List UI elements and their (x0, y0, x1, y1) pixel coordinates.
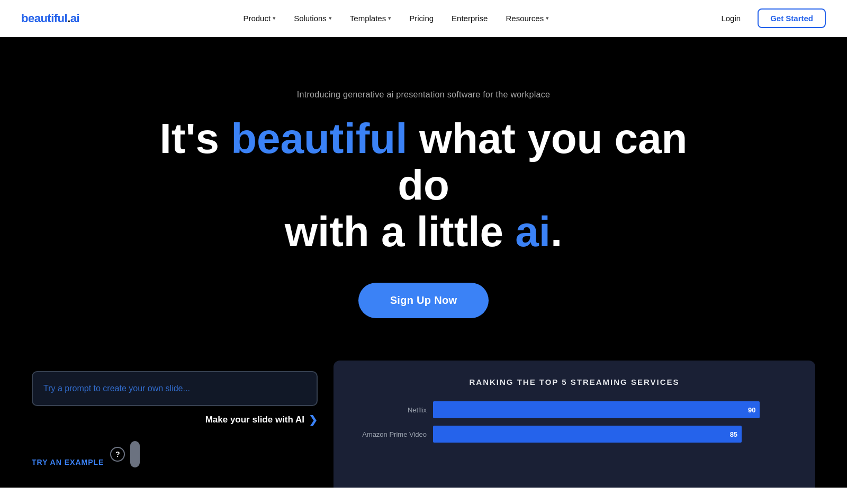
signup-now-button[interactable]: Sign Up Now (358, 283, 489, 318)
hero-title-part3: with a little (285, 208, 516, 255)
nav-pricing[interactable]: Pricing (402, 10, 441, 27)
chart-value-amazon: 85 (730, 430, 737, 438)
hero-title: It's beautiful what you can do with a li… (132, 115, 715, 255)
make-slide-arrow-icon: ❯ (309, 413, 318, 426)
navbar: beautiful.ai Product ▾ Solutions ▾ Templ… (0, 0, 847, 37)
chart-label-amazon: Amazon Prime Video (353, 430, 427, 438)
chevron-down-icon: ▾ (273, 15, 276, 22)
chevron-down-icon: ▾ (546, 15, 549, 22)
left-panel: Make your slide with AI ❯ TRY AN EXAMPLE… (32, 361, 318, 467)
chart-title: RANKING THE TOP 5 STREAMING SERVICES (353, 377, 796, 386)
nav-resources[interactable]: Resources ▾ (498, 10, 556, 27)
logo-text: beautiful (21, 12, 67, 25)
chevron-down-icon: ▾ (388, 15, 391, 22)
chart-bar-wrap-netflix: 90 (433, 401, 796, 418)
chart-panel: RANKING THE TOP 5 STREAMING SERVICES Net… (334, 361, 815, 488)
hero-title-period: . (551, 208, 562, 255)
scroll-handle[interactable] (130, 441, 140, 467)
chart-label-netflix: Netflix (353, 406, 427, 414)
chart-bar-wrap-amazon: 85 (433, 426, 796, 443)
nav-product[interactable]: Product ▾ (236, 10, 283, 27)
nav-templates[interactable]: Templates ▾ (343, 10, 399, 27)
login-button[interactable]: Login (713, 10, 749, 27)
hero-title-part1: It's (160, 115, 231, 162)
make-slide-row: Make your slide with AI ❯ (32, 413, 318, 426)
get-started-button[interactable]: Get Started (758, 8, 826, 28)
nav-links: Product ▾ Solutions ▾ Templates ▾ Pricin… (236, 10, 556, 27)
try-example-link[interactable]: TRY AN EXAMPLE (32, 458, 104, 466)
help-icon[interactable]: ? (110, 447, 125, 462)
chart-bar-amazon: 85 (433, 426, 742, 443)
prompt-input[interactable] (32, 371, 318, 406)
hero-title-beautiful: beautiful (231, 115, 407, 162)
nav-actions: Login Get Started (713, 8, 826, 28)
hero-title-ai: ai (515, 208, 551, 255)
nav-solutions[interactable]: Solutions ▾ (286, 10, 339, 27)
hero-subtitle: Introducing generative ai presentation s… (297, 90, 550, 100)
hero-section: Introducing generative ai presentation s… (0, 37, 847, 361)
logo-ai: ai (70, 12, 79, 25)
chart-bar-netflix: 90 (433, 401, 760, 418)
nav-enterprise[interactable]: Enterprise (444, 10, 495, 27)
make-slide-label: Make your slide with AI (205, 415, 304, 425)
chart-value-netflix: 90 (748, 406, 755, 414)
hero-title-part2: what you can do (398, 115, 687, 209)
chevron-down-icon: ▾ (329, 15, 332, 22)
bottom-section: Make your slide with AI ❯ TRY AN EXAMPLE… (0, 361, 847, 488)
chart-row-netflix: Netflix 90 (353, 401, 796, 418)
logo[interactable]: beautiful.ai (21, 12, 79, 25)
chart-row-amazon: Amazon Prime Video 85 (353, 426, 796, 443)
